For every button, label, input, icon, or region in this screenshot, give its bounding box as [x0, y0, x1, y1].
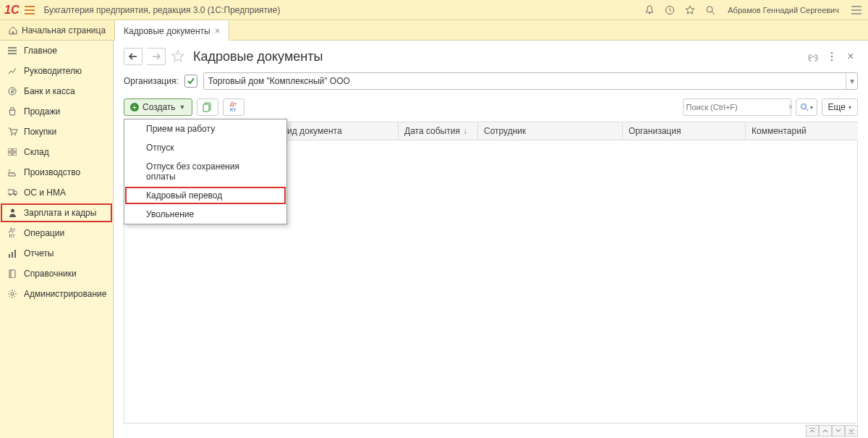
caret-down-icon: ▼ [179, 104, 186, 111]
svg-point-19 [831, 59, 833, 62]
dd-uvolnenie[interactable]: Увольнение [124, 205, 286, 224]
sidebar-item-label: Зарплата и кадры [24, 208, 96, 218]
sidebar-item-label: Продажи [24, 106, 60, 117]
sidebar-item-label: Склад [24, 147, 49, 157]
sidebar-item-label: Банк и касса [24, 86, 75, 96]
tab-kadr-docs[interactable]: Кадровые документы × [115, 20, 229, 41]
user-menu-icon[interactable] [849, 3, 864, 17]
bell-icon[interactable] [642, 3, 657, 17]
scroll-bottom-icon[interactable] [845, 425, 858, 437]
dd-otpusk[interactable]: Отпуск [124, 138, 286, 157]
favorite-star-icon[interactable] [170, 49, 186, 64]
sidebar-item-label: Покупки [24, 127, 56, 137]
create-dropdown: Прием на работу Отпуск Отпуск без сохран… [124, 119, 287, 224]
sidebar-item-rukovoditelyu[interactable]: Руководителю [0, 61, 113, 81]
sidebar-item-prodazhi[interactable]: Продажи [0, 101, 113, 122]
sidebar-item-admin[interactable]: Администрирование [0, 284, 113, 304]
boxes-icon [7, 147, 17, 157]
more-label: Еще [828, 102, 846, 112]
truck-icon [7, 188, 17, 198]
forward-button[interactable] [147, 48, 166, 65]
sidebar-item-label: Отчеты [24, 248, 54, 258]
sidebar-item-spravochniki[interactable]: Справочники [0, 264, 113, 284]
copy-button[interactable] [197, 98, 218, 116]
book-icon [7, 269, 17, 279]
svg-rect-14 [12, 252, 13, 258]
gear-icon [7, 289, 17, 299]
current-user[interactable]: Абрамов Геннадий Сергеевич [723, 6, 843, 14]
person-icon [7, 208, 17, 218]
col-comment[interactable]: Комментарий [746, 122, 858, 140]
bars-icon [7, 248, 17, 258]
svg-rect-6 [8, 148, 12, 151]
sidebar: Главное Руководителю ₽Банк и касса Прода… [0, 41, 114, 438]
search-icon[interactable] [703, 3, 718, 17]
org-checkbox[interactable] [184, 75, 197, 88]
col-employee[interactable]: Сотрудник [478, 122, 623, 140]
sidebar-item-label: Операции [24, 228, 64, 238]
sort-down-icon: ↓ [463, 126, 467, 136]
dd-priem[interactable]: Прием на работу [124, 119, 286, 138]
cart-icon [7, 127, 17, 137]
page-title: Кадровые документы [193, 49, 801, 64]
sidebar-item-sklad[interactable]: Склад [0, 142, 113, 162]
app-title: Бухгалтерия предприятия, редакция 3.0 (1… [43, 5, 642, 15]
more-button[interactable]: Еще▾ [822, 98, 858, 116]
svg-point-5 [14, 134, 16, 135]
svg-rect-13 [9, 254, 10, 258]
sidebar-item-label: Руководителю [24, 66, 82, 76]
sidebar-item-glavnoe[interactable]: Главное [0, 41, 113, 61]
link-icon[interactable] [806, 49, 820, 64]
sidebar-item-label: Справочники [24, 269, 77, 279]
sidebar-item-os-nma[interactable]: ОС и НМА [0, 182, 113, 203]
create-label: Создать [142, 102, 176, 112]
scroll-down-icon[interactable] [832, 425, 845, 437]
svg-point-11 [14, 194, 16, 196]
col-doctype[interactable]: Вид документа [276, 122, 399, 140]
sidebar-item-zarplata[interactable]: Зарплата и кадры [0, 203, 113, 223]
svg-point-10 [9, 194, 11, 196]
home-icon [9, 26, 17, 35]
scroll-top-icon[interactable] [806, 425, 819, 437]
create-button[interactable]: + Создать ▼ [124, 98, 192, 116]
tab-home[interactable]: Начальная страница [0, 20, 115, 40]
svg-rect-7 [13, 148, 17, 151]
search-submit-button[interactable]: ▾ [796, 98, 817, 116]
dtkt-button[interactable]: ДтКт [223, 98, 244, 116]
sidebar-item-label: Главное [24, 46, 57, 56]
sidebar-item-label: Администрирование [24, 289, 106, 299]
scroll-up-icon[interactable] [819, 425, 832, 437]
kebab-icon[interactable] [825, 49, 839, 64]
dd-kadr-perevod[interactable]: Кадровый перевод [124, 186, 286, 205]
close-icon[interactable]: × [215, 26, 221, 35]
clear-search-icon[interactable]: × [786, 102, 796, 112]
svg-rect-8 [8, 153, 12, 156]
coin-icon: ₽ [7, 86, 17, 96]
tab-label: Кадровые документы [124, 26, 210, 36]
col-org[interactable]: Организация [623, 122, 746, 140]
close-page-icon[interactable]: × [843, 49, 858, 64]
dtkt-icon: ДтКт [7, 228, 17, 238]
history-icon[interactable] [663, 3, 677, 17]
col-event-date[interactable]: Дата события↓ [399, 122, 478, 140]
svg-text:₽: ₽ [11, 88, 14, 95]
svg-point-12 [11, 209, 14, 213]
star-icon[interactable] [683, 3, 697, 17]
back-button[interactable] [124, 48, 142, 65]
sidebar-item-bank[interactable]: ₽Банк и касса [0, 81, 113, 101]
org-label: Организация: [124, 76, 179, 86]
org-select[interactable]: Торговый дом "Комплексный" ООО ▾ [203, 72, 858, 90]
svg-point-17 [831, 52, 833, 54]
sidebar-item-pokupki[interactable]: Покупки [0, 122, 113, 142]
search-input[interactable] [686, 103, 786, 111]
factory-icon [7, 167, 17, 177]
dropdown-arrow-icon[interactable]: ▾ [846, 73, 857, 89]
sidebar-item-otchety[interactable]: Отчеты [0, 243, 113, 264]
dd-otpusk-bez[interactable]: Отпуск без сохранения оплаты [124, 157, 286, 186]
hamburger-icon[interactable] [22, 2, 38, 18]
svg-point-18 [831, 56, 833, 58]
sidebar-item-operacii[interactable]: ДтКтОперации [0, 223, 113, 243]
plus-icon: + [130, 103, 139, 111]
sidebar-item-proizvodstvo[interactable]: Производство [0, 162, 113, 182]
search-field[interactable]: × [683, 98, 791, 116]
